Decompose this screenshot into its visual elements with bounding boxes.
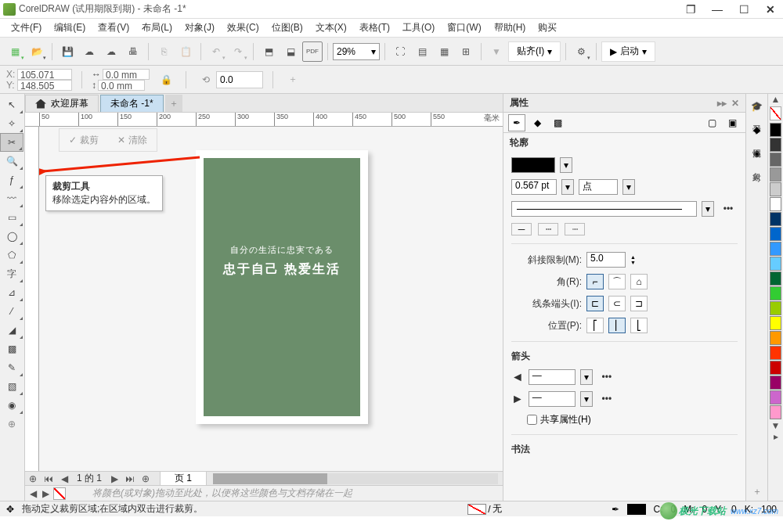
palette-swatch[interactable] [770, 361, 781, 375]
h-scrollbar[interactable] [213, 473, 498, 484]
palette-swatch[interactable] [770, 316, 781, 330]
cap-square[interactable]: ⊐ [630, 296, 648, 311]
menu-object[interactable]: 对象(J) [180, 20, 219, 36]
zoom-input[interactable]: 29%▾ [333, 43, 380, 60]
launch-dropdown[interactable]: ▶ 启动 ▾ [601, 41, 655, 62]
end-arrow-select[interactable]: — [529, 391, 576, 407]
dash-preview-1[interactable]: ─ [511, 223, 532, 235]
menu-effects[interactable]: 效果(C) [222, 20, 264, 36]
start-arrow-select[interactable]: — [529, 369, 576, 385]
grid-button[interactable]: ▦ [434, 41, 454, 62]
corner-bevel[interactable]: ⌂ [630, 274, 648, 289]
options-button[interactable]: ▼ [486, 41, 507, 62]
tab-welcome[interactable]: 欢迎屏幕 [25, 95, 99, 112]
add-button[interactable]: ＋ [283, 70, 303, 90]
start-arrow-more[interactable]: ••• [597, 372, 616, 383]
crop-clear[interactable]: ✕清除 [108, 129, 157, 151]
close-button[interactable]: ✕ [761, 3, 780, 16]
panel-close-icon[interactable]: ✕ [731, 98, 739, 109]
palette-swatch[interactable] [770, 123, 781, 137]
dash-more[interactable]: ••• [719, 203, 738, 214]
outline-color-drop[interactable]: ▾ [560, 157, 572, 173]
palette-swatch[interactable] [770, 153, 781, 167]
paste-button[interactable]: 📋 [175, 41, 196, 62]
drawing-canvas[interactable]: ✓裁剪 ✕清除 裁剪工具 移除选定内容外的区域。 自分の生活に忠実である [39, 127, 503, 471]
palette-swatch[interactable] [770, 286, 781, 300]
outline-unit-drop[interactable]: ▾ [622, 179, 635, 195]
outline-color[interactable] [511, 157, 555, 173]
dock-objects[interactable]: ◈ [748, 144, 767, 163]
palette-nofill[interactable] [770, 106, 781, 120]
view-mode-2[interactable]: ▣ [723, 114, 741, 131]
snap-dropdown[interactable]: 贴齐(I) ▾ [508, 41, 561, 62]
fullscreen-button[interactable]: ⛶ [390, 41, 410, 62]
palette-swatch[interactable] [770, 227, 781, 241]
dock-properties[interactable]: ◆ [748, 120, 767, 139]
prev-page-button[interactable]: ◀ [58, 473, 70, 484]
guidelines-button[interactable]: ⊞ [456, 41, 476, 62]
palette-swatch[interactable] [770, 197, 781, 211]
cap-round[interactable]: ⊂ [608, 296, 626, 311]
tab-add[interactable]: ＋ [165, 95, 182, 112]
freehand-tool[interactable]: ƒ [0, 171, 23, 189]
miter-limit-input[interactable]: 5.0 [586, 252, 626, 268]
palette-left[interactable]: ◀ [28, 488, 38, 499]
palette-swatch[interactable] [770, 212, 781, 226]
outline-tool[interactable]: ◉ [0, 396, 23, 415]
fill-tab-icon[interactable]: ◆ [529, 114, 546, 131]
palette-swatch[interactable] [770, 167, 781, 182]
ellipse-tool[interactable]: ◯ [0, 227, 23, 246]
menu-window[interactable]: 窗口(W) [442, 20, 485, 36]
palette-swatch[interactable] [770, 242, 781, 256]
menu-help[interactable]: 帮助(H) [489, 20, 531, 36]
outline-tab-icon[interactable]: ✒ [508, 114, 525, 131]
pos-outside[interactable]: ⎡ [586, 318, 604, 333]
crop-tool[interactable]: ✂ [0, 133, 23, 152]
outline-indicator[interactable] [627, 504, 646, 515]
menu-text[interactable]: 文本(X) [311, 20, 352, 36]
palette-swatch[interactable] [770, 257, 781, 271]
restore-down-icon[interactable]: ❐ [681, 3, 700, 16]
lock-ratio-button[interactable]: 🔒 [156, 70, 176, 90]
next-page-button[interactable]: ▶ [108, 473, 121, 484]
cloud-up-button[interactable]: ☁ [79, 41, 99, 62]
add-page-after-button[interactable]: ⊕ [139, 473, 152, 484]
menu-tools[interactable]: 工具(O) [398, 20, 439, 36]
menu-file[interactable]: 文件(F) [6, 20, 46, 36]
share-attributes-check[interactable]: 共享属性(H) [527, 413, 738, 426]
palette-up[interactable]: ▲ [768, 94, 783, 105]
outline-width-input[interactable]: 0.567 pt [511, 179, 557, 195]
palette-right[interactable]: ▶ [41, 488, 50, 499]
page[interactable]: 自分の生活に忠実である 忠于自己 热爱生活 [196, 150, 368, 424]
palette-swatch[interactable] [770, 331, 781, 345]
dash-preview-2[interactable]: ┄ [538, 223, 558, 235]
menu-layout[interactable]: 布局(L) [137, 20, 177, 36]
rectangle-tool[interactable]: ▭ [0, 208, 23, 227]
redo-button[interactable]: ↷▾ [228, 41, 248, 62]
corner-miter[interactable]: ⌐ [586, 274, 604, 289]
import-button[interactable]: ⬒ [258, 41, 279, 62]
page-tab[interactable]: 页 1 [160, 471, 207, 486]
export-button[interactable]: ⬓ [280, 41, 301, 62]
outline-unit[interactable]: 点 [579, 179, 618, 195]
more-tools[interactable]: ⊕ [0, 415, 23, 433]
end-arrow-more[interactable]: ••• [597, 394, 616, 404]
minimize-button[interactable]: — [708, 3, 727, 16]
fill-indicator[interactable]: /无 [467, 502, 501, 516]
outline-width-drop[interactable]: ▾ [561, 179, 574, 195]
shape-tool[interactable]: ✧ [0, 114, 23, 133]
panel-collapse-icon[interactable]: ▸▸ [717, 98, 727, 109]
copy-button[interactable]: ⎘ [153, 41, 174, 62]
ruler-vertical[interactable] [25, 127, 39, 471]
settings-button[interactable]: ⚙▾ [571, 41, 591, 62]
new-button[interactable]: ▦▾ [5, 41, 25, 62]
pdf-button[interactable]: PDF [302, 41, 323, 62]
palette-menu[interactable]: ▸ [768, 431, 783, 442]
menu-edit[interactable]: 编辑(E) [49, 20, 90, 36]
transparency-tool[interactable]: ▩ [0, 340, 23, 358]
palette-swatch[interactable] [770, 390, 781, 404]
fill-tool[interactable]: ▧ [0, 377, 23, 396]
open-button[interactable]: 📂▾ [27, 41, 47, 62]
palette-swatch[interactable] [770, 182, 781, 196]
tab-document[interactable]: 未命名 -1* [100, 95, 164, 112]
